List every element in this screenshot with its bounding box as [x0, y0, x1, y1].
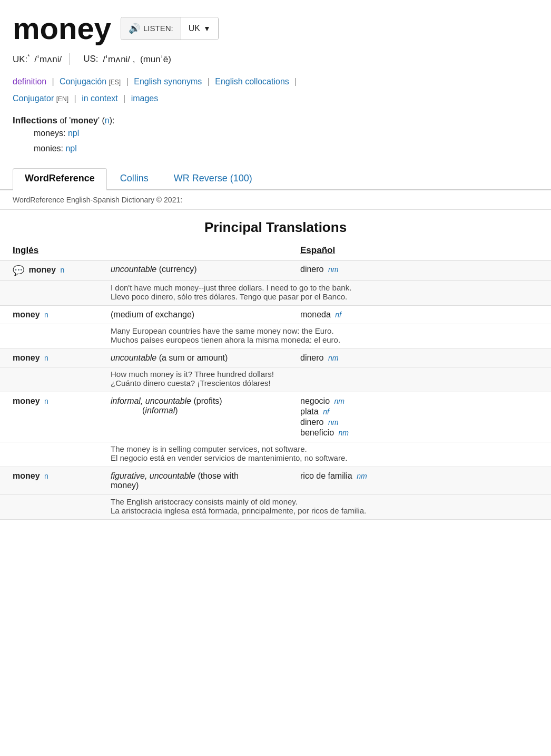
table-row: money n informal, uncountable (profits) …: [0, 392, 551, 442]
uk-ipa: /ˈmʌni/: [32, 54, 62, 65]
link-images[interactable]: images: [131, 94, 159, 103]
listen-button[interactable]: 🔊 LISTEN:: [121, 17, 181, 40]
tab-collins[interactable]: Collins: [108, 168, 161, 189]
dict-credit: WordReference English-Spanish Dictionary…: [0, 190, 551, 210]
selected-language: UK: [189, 24, 200, 33]
links-section: definition | Conjugación [ES] | English …: [0, 70, 551, 110]
link-conjugacion[interactable]: Conjugación [ES]: [60, 77, 121, 86]
link-synonyms[interactable]: English synonyms: [134, 77, 202, 86]
link-in-context[interactable]: in context: [82, 94, 117, 103]
example-cell: The English aristocracy consists mainly …: [105, 495, 551, 519]
example-cell: Many European countries have the same mo…: [105, 324, 551, 348]
example-cell: I don't have much money--just three doll…: [105, 280, 551, 305]
translation-cell: negocio nm plata nf dinero nm beneficio …: [295, 392, 551, 442]
word-title: money: [13, 11, 111, 46]
definition-cell: uncountable (currency): [105, 260, 295, 280]
col-header-es: Español: [295, 241, 551, 260]
entry-word: money: [13, 471, 40, 480]
tabs-row: WordReference Collins WR Reverse (100): [0, 162, 551, 190]
listen-label: LISTEN:: [143, 24, 173, 33]
link-collocations[interactable]: English collocations: [215, 77, 289, 86]
link-n[interactable]: n: [105, 116, 110, 125]
col-header-en: Inglés: [0, 241, 105, 260]
speaker-icon: 🔊: [129, 23, 140, 34]
us-label: US:: [83, 54, 101, 64]
table-row: 💬 money n uncountable (currency) dinero …: [0, 260, 551, 280]
definition-cell: (medium of exchange): [105, 305, 295, 324]
translation-table: Inglés Español 💬 money n uncountable (cu…: [0, 241, 551, 520]
chat-icon: 💬: [13, 265, 24, 276]
section-title: Principal Translations: [0, 210, 551, 241]
entry-pos: n: [60, 266, 64, 274]
chevron-down-icon: ▼: [203, 24, 211, 33]
pronunciation-us: US: /ˈmʌni/ , (munˈē): [83, 54, 171, 65]
pronunciation-row: UK:* /ˈmʌni/ US: /ˈmʌni/ , (munˈē): [0, 51, 551, 70]
tab-wr-reverse[interactable]: WR Reverse (100): [162, 168, 264, 189]
entry-cell: 💬 money n: [0, 260, 105, 280]
table-row: money n uncountable (a sum or amount) di…: [0, 348, 551, 367]
example-cell: The money is in selling computer service…: [105, 442, 551, 467]
entry-pos: n: [44, 397, 48, 405]
entry-cell: money n: [0, 467, 105, 495]
entry-pos: n: [44, 472, 48, 480]
link-npl-moneys[interactable]: npl: [68, 129, 79, 138]
tab-wordreference[interactable]: WordReference: [13, 168, 107, 190]
table-row: money n figurative, uncountable (those w…: [0, 467, 551, 495]
table-row-example: I don't have much money--just three doll…: [0, 280, 551, 305]
inflection-moneys: moneys: npl: [13, 126, 538, 141]
inflections-title: Inflections: [13, 115, 57, 125]
link-npl-monies[interactable]: npl: [65, 144, 76, 153]
link-conjugator[interactable]: Conjugator [EN]: [13, 94, 68, 103]
inflections-section: Inflections of 'money' (n): moneys: npl …: [0, 110, 551, 162]
entry-pos: n: [44, 354, 48, 362]
translation-cell: rico de familia nm: [295, 467, 551, 495]
uk-label: UK:*: [13, 53, 30, 65]
entry-cell: money n: [0, 348, 105, 367]
table-row-example: Many European countries have the same mo…: [0, 324, 551, 348]
entry-cell: money n: [0, 392, 105, 442]
entry-word: money: [13, 396, 40, 405]
us-ipa: /ˈmʌni/ , (munˈē): [103, 54, 171, 65]
inflection-monies: monies: npl: [13, 141, 538, 157]
translation-cell: dinero nm: [295, 260, 551, 280]
col-header-def: [105, 241, 295, 260]
definition-cell: figurative, uncountable (those withmoney…: [105, 467, 295, 495]
entry-word: money: [13, 353, 40, 362]
pronunciation-uk: UK:* /ˈmʌni/: [13, 53, 62, 65]
table-row: money n (medium of exchange) moneda nf: [0, 305, 551, 324]
entry-pos: n: [44, 311, 48, 319]
translation-cell: moneda nf: [295, 305, 551, 324]
translation-cell: dinero nm: [295, 348, 551, 367]
table-row-example: The money is in selling computer service…: [0, 442, 551, 467]
entry-cell: money n: [0, 305, 105, 324]
language-select[interactable]: UK ▼: [181, 17, 218, 40]
pronunciation-divider: [69, 53, 70, 65]
example-cell: How much money is it? Three hundred doll…: [105, 367, 551, 392]
definition-cell: uncountable (a sum or amount): [105, 348, 295, 367]
table-row-example: The English aristocracy consists mainly …: [0, 495, 551, 519]
entry-word: money: [13, 310, 40, 319]
header: money 🔊 LISTEN: UK ▼: [0, 0, 551, 51]
table-row-example: How much money is it? Three hundred doll…: [0, 367, 551, 392]
listen-widget: 🔊 LISTEN: UK ▼: [121, 17, 219, 40]
link-definition[interactable]: definition: [13, 77, 46, 86]
inflections-word: of 'money' (n):: [60, 116, 114, 125]
definition-cell: informal, uncountable (profits) (informa…: [105, 392, 295, 442]
entry-word: money: [28, 265, 56, 274]
